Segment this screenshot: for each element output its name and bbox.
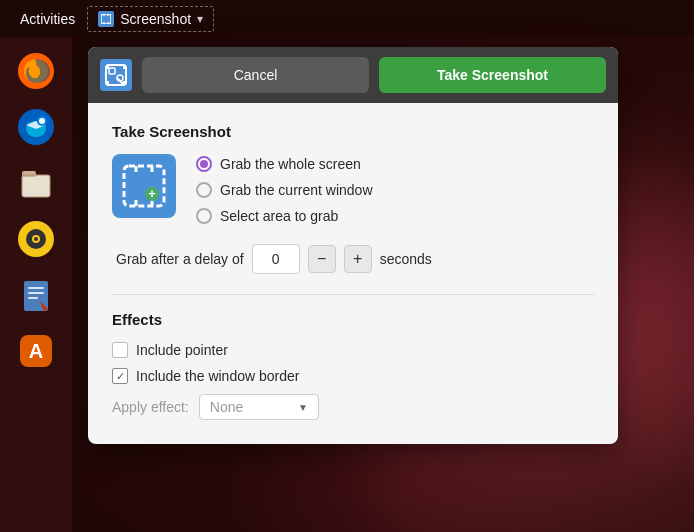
svg-point-10: [39, 118, 45, 124]
delay-increment-button[interactable]: +: [344, 245, 372, 273]
include-pointer-option[interactable]: Include pointer: [112, 342, 594, 358]
include-pointer-label: Include pointer: [136, 342, 228, 358]
radio-options: Grab the whole screen Grab the current w…: [196, 154, 373, 224]
radio-current-window-indicator: [196, 182, 212, 198]
svg-text:+: +: [148, 187, 155, 201]
sidebar-item-writer[interactable]: [12, 271, 60, 319]
divider: [112, 294, 594, 295]
screenshot-preview-icon: +: [112, 154, 176, 218]
topbar: Activities Screenshot ▾: [0, 0, 694, 37]
screenshot-options: + Grab the whole screen Grab the current…: [112, 154, 594, 224]
svg-text:A: A: [29, 340, 43, 362]
activities-button[interactable]: Activities: [8, 0, 87, 37]
svg-rect-19: [28, 287, 44, 289]
sidebar-item-thunderbird[interactable]: [12, 103, 60, 151]
cancel-button[interactable]: Cancel: [142, 57, 369, 93]
seconds-label: seconds: [380, 251, 432, 267]
radio-whole-screen-label: Grab the whole screen: [220, 156, 361, 172]
radio-current-window-label: Grab the current window: [220, 182, 373, 198]
radio-whole-screen[interactable]: Grab the whole screen: [196, 156, 373, 172]
svg-rect-11: [22, 175, 50, 197]
svg-rect-21: [28, 297, 38, 299]
sidebar-item-rhythmbox[interactable]: [12, 215, 60, 263]
svg-rect-20: [28, 292, 44, 294]
screenshot-section-title: Take Screenshot: [112, 123, 594, 140]
radio-select-area-indicator: [196, 208, 212, 224]
app-title-arrow: ▾: [197, 12, 203, 26]
effect-select-value: None: [210, 399, 243, 415]
sidebar-item-firefox[interactable]: [12, 47, 60, 95]
sidebar: A: [0, 37, 72, 532]
svg-rect-25: [109, 68, 115, 74]
apply-effect-row: Apply effect: None ▼: [112, 394, 594, 420]
svg-rect-12: [22, 171, 36, 177]
effects-section-title: Effects: [112, 311, 594, 328]
take-screenshot-button[interactable]: Take Screenshot: [379, 57, 606, 93]
radio-select-area-label: Select area to grab: [220, 208, 338, 224]
app-title-label: Screenshot: [120, 11, 191, 27]
include-border-label: Include the window border: [136, 368, 299, 384]
toolbar-screenshot-icon: [100, 59, 132, 91]
dropdown-arrow-icon: ▼: [298, 402, 308, 413]
delay-label: Grab after a delay of: [116, 251, 244, 267]
screenshot-dialog: Cancel Take Screenshot Take Screenshot +: [88, 47, 618, 444]
include-border-checkbox[interactable]: [112, 368, 128, 384]
delay-input[interactable]: [252, 244, 300, 274]
svg-rect-0: [101, 14, 111, 24]
dialog-toolbar: Cancel Take Screenshot: [88, 47, 618, 103]
app-title-area[interactable]: Screenshot ▾: [87, 6, 214, 32]
effect-select-dropdown[interactable]: None ▼: [199, 394, 319, 420]
radio-whole-screen-indicator: [196, 156, 212, 172]
svg-point-17: [34, 237, 38, 241]
delay-row: Grab after a delay of − + seconds: [116, 244, 594, 274]
dialog-content: Take Screenshot + Grab the whole s: [88, 103, 618, 444]
sidebar-item-appstore[interactable]: A: [12, 327, 60, 375]
radio-current-window[interactable]: Grab the current window: [196, 182, 373, 198]
delay-decrement-button[interactable]: −: [308, 245, 336, 273]
sidebar-item-files[interactable]: [12, 159, 60, 207]
include-pointer-checkbox[interactable]: [112, 342, 128, 358]
apply-effect-label: Apply effect:: [112, 399, 189, 415]
include-border-option[interactable]: Include the window border: [112, 368, 594, 384]
radio-select-area[interactable]: Select area to grab: [196, 208, 373, 224]
svg-rect-32: [124, 166, 164, 206]
screenshot-app-icon: [98, 11, 114, 27]
